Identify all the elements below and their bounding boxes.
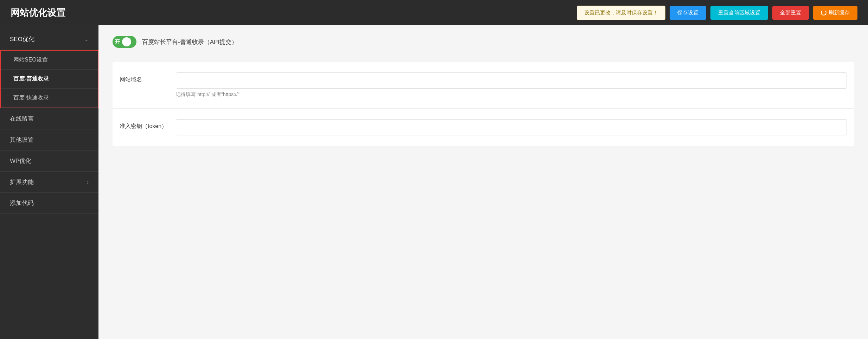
sidebar-item-label: 扩展功能 <box>10 178 34 186</box>
header-notice: 设置已更改，请及时保存设置！ <box>577 6 665 20</box>
sidebar-item-add-code[interactable]: 添加代码 <box>0 193 98 214</box>
form-row-domain: 网站域名 记得填写"http://"或者"https://" <box>113 62 854 109</box>
sidebar-item-extensions[interactable]: 扩展功能 › <box>0 172 98 193</box>
token-input[interactable] <box>176 119 847 135</box>
header: 网站优化设置 设置已更改，请及时保存设置！ 保存设置 重置当前区域设置 全部重置… <box>0 0 868 25</box>
reset-all-button[interactable]: 全部重置 <box>772 6 809 20</box>
sidebar: SEO优化 ⌄ 网站SEO设置 百度-普通收录 百度-快速收录 在线留言 其他设… <box>0 25 98 339</box>
header-actions: 设置已更改，请及时保存设置！ 保存设置 重置当前区域设置 全部重置 刷新缓存 <box>577 6 857 20</box>
sidebar-item-label: 在线留言 <box>10 115 34 123</box>
toggle-description: 百度站长平台-普通收录（API提交） <box>142 38 237 46</box>
chevron-down-icon: ⌄ <box>84 37 89 42</box>
sidebar-item-label: 添加代码 <box>10 199 34 207</box>
refresh-cache-button[interactable]: 刷新缓存 <box>813 6 857 20</box>
sidebar-item-label: 网站SEO设置 <box>13 57 48 63</box>
sidebar-item-baidu-normal[interactable]: 百度-普通收录 <box>1 70 98 89</box>
sidebar-item-baidu-fast[interactable]: 百度-快速收录 <box>1 89 98 108</box>
refresh-icon <box>821 10 826 15</box>
form-section: 网站域名 记得填写"http://"或者"https://" 准入密钥（toke… <box>113 62 854 146</box>
toggle-on-label: 开 <box>115 39 120 45</box>
form-label-domain: 网站域名 <box>120 72 176 83</box>
save-button[interactable]: 保存设置 <box>670 6 706 20</box>
content-area: 开 百度站长平台-普通收录（API提交） 网站域名 记得填写"http://"或… <box>98 25 868 339</box>
toggle-row: 开 百度站长平台-普通收录（API提交） <box>113 36 854 48</box>
page-title: 网站优化设置 <box>11 7 65 19</box>
form-label-token: 准入密钥（token） <box>120 119 176 130</box>
toggle-circle <box>122 37 131 46</box>
toggle-switch[interactable]: 开 <box>113 36 136 48</box>
form-field-token-wrap <box>176 119 847 135</box>
sidebar-item-label: SEO优化 <box>10 35 34 43</box>
sidebar-item-other[interactable]: 其他设置 <box>0 129 98 151</box>
sidebar-item-seo[interactable]: SEO优化 ⌄ <box>0 29 98 50</box>
chevron-right-icon: › <box>87 179 89 185</box>
sidebar-item-messages[interactable]: 在线留言 <box>0 108 98 129</box>
reset-area-button[interactable]: 重置当前区域设置 <box>710 6 768 20</box>
sidebar-item-label: 百度-普通收录 <box>13 76 49 82</box>
main-layout: SEO优化 ⌄ 网站SEO设置 百度-普通收录 百度-快速收录 在线留言 其他设… <box>0 25 868 339</box>
sidebar-item-label: WP优化 <box>10 157 31 165</box>
sidebar-item-label: 百度-快速收录 <box>13 95 49 101</box>
form-field-domain-wrap: 记得填写"http://"或者"https://" <box>176 72 847 98</box>
sidebar-item-label: 其他设置 <box>10 136 34 144</box>
sidebar-selected-group: 网站SEO设置 百度-普通收录 百度-快速收录 <box>0 50 98 108</box>
sidebar-item-website-seo[interactable]: 网站SEO设置 <box>1 51 98 70</box>
domain-hint: 记得填写"http://"或者"https://" <box>176 91 847 98</box>
domain-input[interactable] <box>176 72 847 89</box>
form-row-token: 准入密钥（token） <box>113 109 854 146</box>
sidebar-item-wp[interactable]: WP优化 <box>0 151 98 172</box>
